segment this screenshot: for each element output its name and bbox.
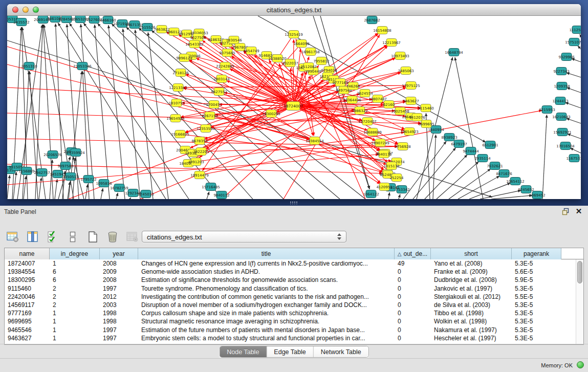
table-cell[interactable]: 14569117: [5, 301, 50, 309]
graph-edge[interactable]: [148, 32, 168, 199]
table-row[interactable]: 946362711997Embryonic stem cells: a mode…: [5, 334, 577, 342]
table-cell[interactable]: 5.3E-5: [512, 301, 561, 309]
column-header-in-degree[interactable]: in_degree: [50, 248, 100, 259]
table-row[interactable]: 911546021997Tourette syndrome. Phenomeno…: [5, 285, 577, 293]
float-panel-icon[interactable]: [561, 207, 570, 215]
table-cell[interactable]: Estimation of significance thresholds fo…: [138, 276, 395, 284]
table-cell[interactable]: 2: [50, 285, 100, 293]
table-cell[interactable]: 0: [395, 334, 431, 342]
table-cell[interactable]: 18300295: [5, 276, 50, 284]
graph-edge[interactable]: [81, 24, 94, 199]
table-cell[interactable]: 5.3E-5: [512, 309, 561, 317]
table-row[interactable]: 1830029562008Estimation of significance …: [5, 276, 577, 284]
table-cell[interactable]: 0: [395, 268, 431, 276]
table-cell[interactable]: 5.5E-5: [512, 293, 561, 301]
table-cell[interactable]: 9699695: [5, 317, 50, 325]
panel-splitter-handle[interactable]: [290, 201, 298, 204]
table-cell[interactable]: 1: [50, 334, 100, 342]
table-cell[interactable]: 0: [395, 317, 431, 325]
column-header-out-de-[interactable]: △out_de...: [395, 248, 431, 259]
table-cell[interactable]: 2008: [100, 276, 138, 284]
table-row[interactable]: 1456911722003Disruption of a novel membe…: [5, 301, 577, 309]
graph-edge[interactable]: [186, 74, 293, 106]
graph-edge[interactable]: [455, 57, 483, 199]
table-cell[interactable]: 9777169: [5, 309, 50, 317]
table-row[interactable]: 969969511998Structural magnetic resonanc…: [5, 317, 577, 325]
table-cell[interactable]: 0: [395, 285, 431, 293]
table-cell[interactable]: 5.3E-5: [512, 326, 561, 334]
graph-edge[interactable]: [7, 47, 310, 139]
scrollbar-thumb[interactable]: [577, 261, 582, 283]
tab-node-table[interactable]: Node Table: [220, 346, 267, 357]
table-cell[interactable]: 2: [50, 301, 100, 309]
table-cell[interactable]: 1: [50, 326, 100, 334]
select-all-icon[interactable]: [46, 230, 59, 244]
table-cell[interactable]: 49: [395, 259, 431, 268]
table-cell[interactable]: 1998: [100, 309, 138, 317]
tab-network-table[interactable]: Network Table: [314, 346, 368, 357]
graph-edge[interactable]: [403, 141, 446, 199]
table-cell[interactable]: 0: [395, 301, 431, 309]
table-cell[interactable]: 6: [50, 276, 100, 284]
table-cell[interactable]: Hescheler et al. (1997): [431, 334, 512, 342]
table-cell[interactable]: 0: [395, 276, 431, 284]
tab-edge-table[interactable]: Edge Table: [267, 346, 313, 357]
window-titlebar[interactable]: citations_edges.txt: [7, 4, 581, 16]
table-cell[interactable]: 0: [395, 326, 431, 334]
table-cell[interactable]: 1: [50, 309, 100, 317]
table-cell[interactable]: 1997: [100, 326, 138, 334]
table-cell[interactable]: 1997: [100, 285, 138, 293]
table-cell[interactable]: 9465546: [5, 326, 50, 334]
clear-selection-icon[interactable]: [66, 230, 79, 244]
table-cell[interactable]: 9463627: [5, 334, 50, 342]
table-cell[interactable]: Structural magnetic resonance image aver…: [138, 317, 395, 325]
close-panel-icon[interactable]: ✕: [575, 207, 583, 215]
table-cell[interactable]: 5.3E-5: [512, 259, 561, 268]
table-cell[interactable]: Embryonic stem cells: a model to study s…: [138, 334, 395, 342]
table-row[interactable]: 977716911998Corpus callosum shape and si…: [5, 309, 577, 317]
column-header-title[interactable]: title: [138, 248, 395, 259]
table-cell[interactable]: 18724007: [5, 259, 50, 268]
table-cell[interactable]: Investigating the contribution of common…: [138, 293, 395, 301]
table-row[interactable]: 946554611997Estimation of the future num…: [5, 326, 577, 334]
table-cell[interactable]: Franke et al. (2009): [431, 268, 512, 276]
table-cell[interactable]: 2008: [100, 259, 138, 268]
graph-edge[interactable]: [293, 49, 301, 106]
table-cell[interactable]: 5.6E-5: [512, 268, 561, 276]
column-header-short[interactable]: short: [431, 248, 512, 259]
graph-edge[interactable]: [226, 81, 293, 106]
table-cell[interactable]: Tibbo et al. (1998): [431, 309, 512, 317]
table-cell[interactable]: 5.9E-5: [512, 276, 561, 284]
column-header-name[interactable]: name: [5, 248, 50, 259]
table-cell[interactable]: Nakamura et al. (1997): [431, 326, 512, 334]
table-cell[interactable]: 9115460: [5, 285, 50, 293]
table-cell[interactable]: 5.3E-5: [512, 334, 561, 342]
table-row[interactable]: 2242004622012Investigating the contribut…: [5, 293, 577, 301]
table-cell[interactable]: 1: [50, 259, 100, 268]
table-cell[interactable]: Jankovic et al. (1997): [431, 285, 512, 293]
column-header-year[interactable]: year: [100, 248, 138, 259]
table-cell[interactable]: 6: [50, 268, 100, 276]
graph-edge[interactable]: [480, 190, 521, 199]
table-cell[interactable]: 1: [50, 317, 100, 325]
table-cell[interactable]: 1998: [100, 317, 138, 325]
table-row[interactable]: 1872400712008Changes of HCN gene express…: [5, 259, 577, 268]
table-cell[interactable]: 0: [395, 309, 431, 317]
table-cell[interactable]: 0: [395, 293, 431, 301]
graph-edge[interactable]: [39, 178, 41, 199]
network-canvas[interactable]: 1872400720531072435572206914069461045228…: [7, 16, 581, 199]
graph-edge[interactable]: [7, 64, 310, 140]
table-cell[interactable]: 19384554: [5, 268, 50, 276]
table-cell[interactable]: Wolkin et al. (1998): [431, 317, 512, 325]
table-cell[interactable]: 22420046: [5, 293, 50, 301]
table-cell[interactable]: 5.3E-5: [512, 317, 561, 325]
table-cell[interactable]: Disruption of a novel member of a sodium…: [138, 301, 395, 309]
table-cell[interactable]: 2003: [100, 301, 138, 309]
show-column-icon[interactable]: [26, 230, 39, 244]
table-row[interactable]: 1938455462009Genome-wide association stu…: [5, 268, 577, 276]
table-cell[interactable]: Estimation of the future numbers of pati…: [138, 326, 395, 334]
vertical-scrollbar[interactable]: [576, 259, 583, 344]
table-combobox[interactable]: citations_edges.txt: [142, 231, 346, 243]
table-cell[interactable]: Tourette syndrome. Phenomenology and cla…: [138, 285, 395, 293]
table-cell[interactable]: Corpus callosum shape and size in male p…: [138, 309, 395, 317]
